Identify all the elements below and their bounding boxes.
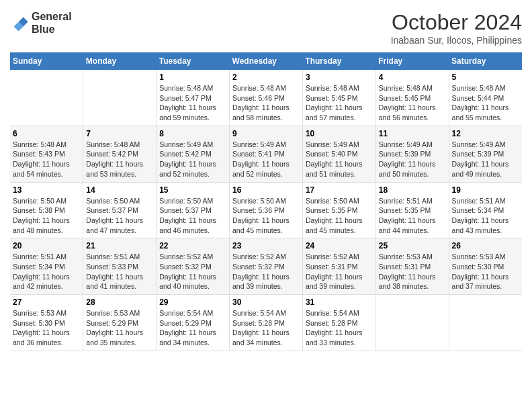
logo: General Blue: [10, 10, 72, 36]
calendar-cell: 27Sunrise: 5:53 AM Sunset: 5:30 PM Dayli…: [10, 295, 83, 351]
day-number: 21: [86, 241, 153, 250]
day-info: Sunrise: 5:49 AM Sunset: 5:41 PM Dayligh…: [232, 140, 300, 179]
day-number: 3: [306, 73, 373, 82]
header-row: SundayMondayTuesdayWednesdayThursdayFrid…: [10, 52, 522, 70]
day-info: Sunrise: 5:54 AM Sunset: 5:28 PM Dayligh…: [306, 308, 373, 348]
day-number: 31: [306, 298, 373, 307]
calendar-cell: 7Sunrise: 5:48 AM Sunset: 5:42 PM Daylig…: [83, 126, 157, 182]
day-header-tuesday: Tuesday: [157, 52, 230, 70]
calendar-cell: 12Sunrise: 5:49 AM Sunset: 5:39 PM Dayli…: [449, 126, 522, 182]
calendar-cell: 13Sunrise: 5:50 AM Sunset: 5:38 PM Dayli…: [10, 182, 83, 238]
calendar-cell: [449, 295, 522, 351]
day-header-saturday: Saturday: [449, 52, 522, 70]
day-number: 26: [452, 241, 519, 250]
week-row-4: 20Sunrise: 5:51 AM Sunset: 5:34 PM Dayli…: [10, 238, 522, 295]
day-info: Sunrise: 5:51 AM Sunset: 5:35 PM Dayligh…: [379, 196, 446, 236]
day-number: 27: [13, 298, 80, 307]
calendar-cell: 29Sunrise: 5:54 AM Sunset: 5:29 PM Dayli…: [157, 295, 230, 351]
day-number: 13: [13, 185, 80, 195]
day-number: 30: [232, 298, 300, 307]
day-info: Sunrise: 5:48 AM Sunset: 5:45 PM Dayligh…: [306, 83, 373, 123]
day-number: 24: [306, 241, 373, 250]
calendar-cell: [375, 295, 449, 351]
calendar-cell: 30Sunrise: 5:54 AM Sunset: 5:28 PM Dayli…: [230, 295, 303, 351]
day-number: 10: [306, 129, 373, 138]
calendar-cell: 8Sunrise: 5:49 AM Sunset: 5:42 PM Daylig…: [157, 126, 230, 182]
day-info: Sunrise: 5:52 AM Sunset: 5:31 PM Dayligh…: [306, 252, 373, 291]
day-info: Sunrise: 5:49 AM Sunset: 5:39 PM Dayligh…: [452, 140, 519, 179]
day-number: 4: [379, 73, 446, 82]
day-info: Sunrise: 5:48 AM Sunset: 5:42 PM Dayligh…: [86, 140, 153, 179]
day-number: 25: [379, 241, 446, 250]
day-number: 11: [379, 129, 446, 138]
calendar-cell: [83, 70, 157, 126]
day-info: Sunrise: 5:50 AM Sunset: 5:38 PM Dayligh…: [13, 196, 80, 236]
title-block: October 2024 Inabaan Sur, Ilocos, Philip…: [391, 10, 522, 46]
calendar-cell: 16Sunrise: 5:50 AM Sunset: 5:36 PM Dayli…: [230, 182, 303, 238]
calendar-cell: 23Sunrise: 5:52 AM Sunset: 5:32 PM Dayli…: [230, 238, 303, 295]
location-subtitle: Inabaan Sur, Ilocos, Philippines: [391, 35, 522, 46]
day-info: Sunrise: 5:53 AM Sunset: 5:30 PM Dayligh…: [452, 252, 519, 291]
calendar-cell: 22Sunrise: 5:52 AM Sunset: 5:32 PM Dayli…: [157, 238, 230, 295]
calendar-cell: 11Sunrise: 5:49 AM Sunset: 5:39 PM Dayli…: [375, 126, 449, 182]
calendar-cell: 2Sunrise: 5:48 AM Sunset: 5:46 PM Daylig…: [230, 70, 303, 126]
week-row-3: 13Sunrise: 5:50 AM Sunset: 5:38 PM Dayli…: [10, 182, 522, 238]
day-header-thursday: Thursday: [302, 52, 375, 70]
day-info: Sunrise: 5:52 AM Sunset: 5:32 PM Dayligh…: [159, 252, 226, 291]
day-info: Sunrise: 5:48 AM Sunset: 5:45 PM Dayligh…: [379, 83, 446, 123]
month-title: October 2024: [391, 10, 522, 35]
day-info: Sunrise: 5:49 AM Sunset: 5:40 PM Dayligh…: [306, 140, 373, 179]
day-number: 7: [86, 129, 153, 138]
day-info: Sunrise: 5:51 AM Sunset: 5:34 PM Dayligh…: [452, 196, 519, 236]
calendar-cell: 24Sunrise: 5:52 AM Sunset: 5:31 PM Dayli…: [302, 238, 375, 295]
calendar-cell: 14Sunrise: 5:50 AM Sunset: 5:37 PM Dayli…: [83, 182, 157, 238]
day-number: 8: [159, 129, 226, 138]
calendar-cell: 25Sunrise: 5:53 AM Sunset: 5:31 PM Dayli…: [375, 238, 449, 295]
day-number: 28: [86, 298, 153, 307]
day-number: 9: [232, 129, 300, 138]
day-info: Sunrise: 5:48 AM Sunset: 5:46 PM Dayligh…: [232, 83, 300, 123]
week-row-5: 27Sunrise: 5:53 AM Sunset: 5:30 PM Dayli…: [10, 295, 522, 351]
day-info: Sunrise: 5:53 AM Sunset: 5:30 PM Dayligh…: [13, 308, 80, 348]
day-info: Sunrise: 5:54 AM Sunset: 5:29 PM Dayligh…: [159, 308, 226, 348]
calendar-cell: 4Sunrise: 5:48 AM Sunset: 5:45 PM Daylig…: [375, 70, 449, 126]
calendar-cell: 5Sunrise: 5:48 AM Sunset: 5:44 PM Daylig…: [449, 70, 522, 126]
day-number: 6: [13, 129, 80, 138]
day-info: Sunrise: 5:53 AM Sunset: 5:31 PM Dayligh…: [379, 252, 446, 291]
calendar-cell: 18Sunrise: 5:51 AM Sunset: 5:35 PM Dayli…: [375, 182, 449, 238]
calendar-cell: 28Sunrise: 5:53 AM Sunset: 5:29 PM Dayli…: [83, 295, 157, 351]
calendar-cell: 9Sunrise: 5:49 AM Sunset: 5:41 PM Daylig…: [230, 126, 303, 182]
calendar-cell: [10, 70, 83, 126]
day-number: 19: [452, 185, 519, 195]
calendar-cell: 31Sunrise: 5:54 AM Sunset: 5:28 PM Dayli…: [302, 295, 375, 351]
calendar-cell: 17Sunrise: 5:50 AM Sunset: 5:35 PM Dayli…: [302, 182, 375, 238]
day-info: Sunrise: 5:50 AM Sunset: 5:35 PM Dayligh…: [306, 196, 373, 236]
week-row-2: 6Sunrise: 5:48 AM Sunset: 5:43 PM Daylig…: [10, 126, 522, 182]
day-number: 22: [159, 241, 226, 250]
day-info: Sunrise: 5:51 AM Sunset: 5:34 PM Dayligh…: [13, 252, 80, 291]
day-number: 12: [452, 129, 519, 138]
logo-icon: [10, 13, 29, 32]
page-header: General Blue October 2024 Inabaan Sur, I…: [10, 10, 522, 46]
logo-line1: General: [32, 10, 72, 23]
calendar-cell: 21Sunrise: 5:51 AM Sunset: 5:33 PM Dayli…: [83, 238, 157, 295]
day-number: 18: [379, 185, 446, 195]
day-number: 5: [452, 73, 519, 82]
day-number: 23: [232, 241, 300, 250]
day-info: Sunrise: 5:48 AM Sunset: 5:44 PM Dayligh…: [452, 83, 519, 123]
calendar-cell: 15Sunrise: 5:50 AM Sunset: 5:37 PM Dayli…: [157, 182, 230, 238]
calendar-cell: 19Sunrise: 5:51 AM Sunset: 5:34 PM Dayli…: [449, 182, 522, 238]
calendar-cell: 20Sunrise: 5:51 AM Sunset: 5:34 PM Dayli…: [10, 238, 83, 295]
day-info: Sunrise: 5:50 AM Sunset: 5:37 PM Dayligh…: [159, 196, 226, 236]
day-info: Sunrise: 5:49 AM Sunset: 5:42 PM Dayligh…: [159, 140, 226, 179]
day-info: Sunrise: 5:50 AM Sunset: 5:37 PM Dayligh…: [86, 196, 153, 236]
day-number: 1: [159, 73, 226, 82]
calendar-cell: 1Sunrise: 5:48 AM Sunset: 5:47 PM Daylig…: [157, 70, 230, 126]
logo-line2: Blue: [32, 23, 72, 36]
calendar-cell: 10Sunrise: 5:49 AM Sunset: 5:40 PM Dayli…: [302, 126, 375, 182]
day-header-sunday: Sunday: [10, 52, 83, 70]
calendar-cell: 6Sunrise: 5:48 AM Sunset: 5:43 PM Daylig…: [10, 126, 83, 182]
day-header-friday: Friday: [375, 52, 449, 70]
week-row-1: 1Sunrise: 5:48 AM Sunset: 5:47 PM Daylig…: [10, 70, 522, 126]
day-number: 15: [159, 185, 226, 195]
